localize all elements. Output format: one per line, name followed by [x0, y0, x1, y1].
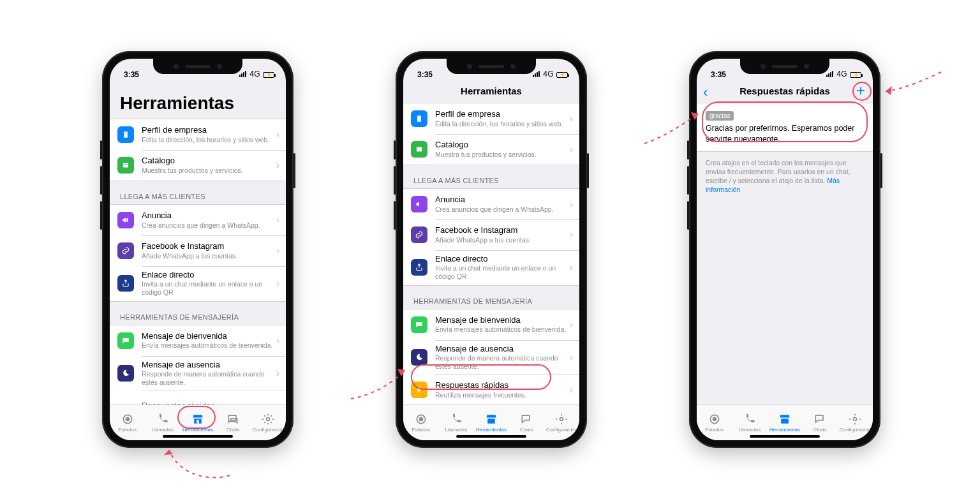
home-indicator[interactable] — [750, 435, 820, 438]
store-icon — [191, 413, 204, 426]
home-indicator[interactable] — [456, 435, 526, 438]
store-icon — [778, 413, 791, 426]
cell-respuestas-rapidas[interactable]: Respuestas rápidas Reutiliza mensajes fr… — [403, 375, 579, 405]
back-button[interactable]: ‹ — [703, 84, 708, 101]
cell-mensaje-bienvenida[interactable]: Mensaje de bienvenida Envía mensajes aut… — [403, 309, 579, 340]
link-icon — [411, 226, 427, 243]
cell-anuncia[interactable]: Anuncia Crea anuncios que dirigen a What… — [403, 189, 579, 219]
cell-mensaje-ausencia[interactable]: Mensaje de ausencia Responde de manera a… — [110, 356, 286, 391]
svg-rect-6 — [197, 420, 198, 424]
chats-icon — [813, 413, 826, 426]
catalog-icon — [117, 157, 134, 174]
chevron-right-icon: › — [274, 245, 279, 256]
chat-icon — [117, 332, 134, 349]
chevron-right-icon: › — [274, 368, 279, 379]
cell-perfil-empresa[interactable]: Perfil de empresa Edita la dirección, lo… — [110, 119, 286, 150]
status-icon — [121, 413, 134, 426]
moon-icon — [411, 349, 427, 366]
page-title: Herramientas — [110, 80, 286, 119]
cell-respuestas-rapidas[interactable]: Respuestas rápidas — [110, 390, 286, 405]
footer-note: Crea atajos en el teclado con los mensaj… — [697, 152, 873, 201]
megaphone-icon — [411, 196, 427, 212]
phone-icon — [156, 413, 169, 426]
svg-point-5 — [126, 418, 129, 421]
home-indicator[interactable] — [163, 435, 233, 438]
chevron-right-icon: › — [274, 129, 279, 140]
status-time: 3:35 — [417, 70, 433, 79]
cell-mensaje-bienvenida[interactable]: Mensaje de bienvenida Envía mensajes aut… — [110, 325, 286, 356]
status-icon — [415, 413, 427, 426]
catalog-icon — [411, 141, 427, 158]
section-header: LLEGA A MÁS CLIENTES — [403, 165, 579, 188]
svg-point-12 — [560, 418, 563, 421]
bolt-icon — [411, 382, 427, 398]
status-right: 4G ⚡ — [239, 70, 274, 79]
cell-enlace-directo[interactable]: Enlace directo Invita a un chat mediante… — [403, 250, 579, 285]
svg-rect-0 — [124, 131, 128, 137]
section-header: HERRAMIENTAS DE MENSAJERÍA — [110, 302, 286, 325]
svg-point-7 — [267, 418, 270, 421]
gear-icon — [849, 413, 861, 426]
status-right: 4G ⚡ — [533, 70, 568, 79]
chevron-right-icon: › — [567, 384, 573, 396]
tab-estados[interactable]: Estados — [697, 405, 732, 440]
status-right: 4G ⚡ — [826, 70, 861, 79]
business-profile-icon — [117, 126, 134, 143]
section-header: LLEGA A MÁS CLIENTES — [110, 181, 286, 204]
signal-icon — [239, 70, 247, 79]
quick-reply-item[interactable]: gracias Gracias por preferirnos. Esperam… — [697, 103, 873, 152]
cell-catalogo[interactable]: Catálogo Muestra tus productos y servici… — [403, 134, 579, 165]
add-button[interactable]: + — [856, 83, 865, 98]
svg-point-15 — [854, 418, 857, 421]
svg-rect-1 — [125, 133, 126, 133]
chevron-right-icon: › — [567, 262, 573, 273]
share-icon — [117, 275, 134, 292]
phone-mock-2: 3:35 4G ⚡ Herramientas Perfil de empresa… — [396, 51, 587, 448]
nav-title: Herramientas — [403, 80, 579, 103]
phone-icon — [743, 413, 756, 426]
battery-icon: ⚡ — [556, 72, 568, 78]
svg-rect-2 — [123, 163, 128, 168]
chat-icon — [411, 316, 427, 333]
phone-icon — [450, 413, 463, 426]
svg-point-11 — [419, 418, 422, 421]
battery-icon: ⚡ — [263, 72, 274, 78]
nav-title: ‹ Respuestas rápidas + — [697, 80, 873, 103]
chevron-right-icon: › — [567, 229, 573, 241]
business-profile-icon — [411, 110, 427, 127]
quick-reply-text: Gracias por preferirnos. Esperamos poder… — [706, 123, 864, 145]
chats-icon — [226, 413, 239, 426]
megaphone-icon — [117, 212, 134, 228]
cell-catalogo[interactable]: Catálogo Muestra tus productos y servici… — [110, 150, 286, 181]
status-icon — [708, 413, 721, 426]
battery-icon: ⚡ — [850, 72, 861, 78]
svg-rect-9 — [417, 147, 422, 152]
section-header: HERRAMIENTAS DE MENSAJERÍA — [403, 286, 579, 309]
chevron-right-icon: › — [567, 319, 573, 330]
cell-mensaje-ausencia[interactable]: Mensaje de ausencia Responde de manera a… — [403, 340, 579, 375]
cell-facebook-instagram[interactable]: Facebook e Instagram Añade WhatsApp a tu… — [110, 235, 286, 266]
phone-mock-1: 3:35 4G ⚡ Herramientas Perfil de empresa… — [102, 51, 293, 448]
chevron-right-icon: › — [567, 198, 573, 210]
tab-configuracion[interactable]: Configuración — [838, 405, 873, 440]
cell-enlace-directo[interactable]: Enlace directo Invita a un chat mediante… — [110, 266, 286, 301]
store-icon — [485, 413, 498, 426]
chevron-right-icon: › — [567, 144, 573, 155]
chevron-right-icon: › — [567, 113, 573, 124]
tab-estados[interactable]: Estados — [110, 405, 145, 440]
share-icon — [411, 259, 427, 276]
tools-screen: Herramientas Perfil de empresa Edita la … — [110, 80, 286, 405]
svg-rect-3 — [124, 164, 128, 165]
tab-configuracion[interactable]: Configuración — [544, 405, 579, 440]
cell-perfil-empresa[interactable]: Perfil de empresa Edita la dirección, lo… — [403, 103, 579, 134]
phone-mock-3: 3:35 4G ⚡ ‹ Respuestas rápidas + gracias… — [689, 51, 880, 448]
chevron-right-icon: › — [274, 335, 279, 346]
chevron-right-icon: › — [274, 278, 279, 289]
tab-estados[interactable]: Estados — [403, 405, 438, 440]
status-time: 3:35 — [124, 70, 139, 79]
tab-configuracion[interactable]: Configuración — [251, 405, 286, 440]
link-icon — [117, 242, 134, 259]
cell-anuncia[interactable]: Anuncia Crea anuncios que dirigen a What… — [110, 205, 286, 235]
cell-facebook-instagram[interactable]: Facebook e Instagram Añade WhatsApp a tu… — [403, 219, 579, 250]
shortcut-chip: gracias — [706, 111, 734, 121]
